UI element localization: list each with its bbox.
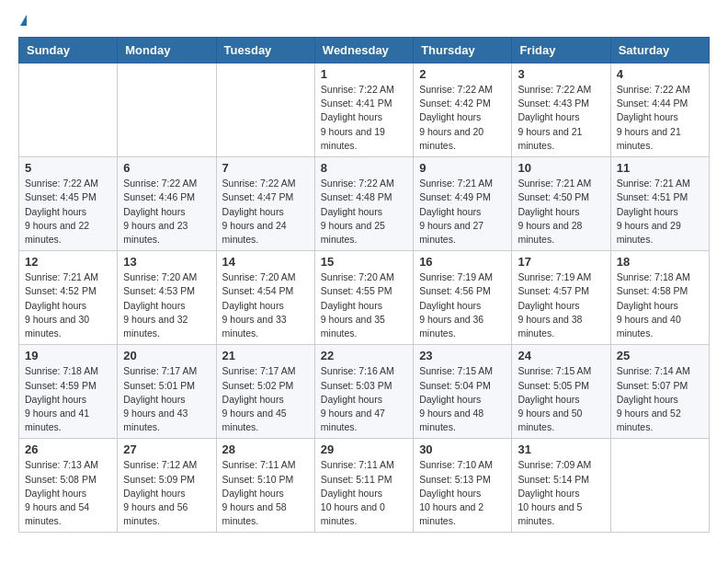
calendar-cell: 2 Sunrise: 7:22 AM Sunset: 4:42 PM Dayli… xyxy=(414,63,512,157)
day-number: 14 xyxy=(222,255,309,269)
day-info: Sunrise: 7:22 AM Sunset: 4:43 PM Dayligh… xyxy=(518,83,604,153)
day-info: Sunrise: 7:20 AM Sunset: 4:54 PM Dayligh… xyxy=(222,270,309,340)
day-number: 28 xyxy=(222,442,309,456)
day-info: Sunrise: 7:19 AM Sunset: 4:57 PM Dayligh… xyxy=(518,270,604,340)
calendar-cell: 25 Sunrise: 7:14 AM Sunset: 5:07 PM Dayl… xyxy=(610,345,709,439)
day-number: 17 xyxy=(518,255,604,269)
calendar-week-row: 5 Sunrise: 7:22 AM Sunset: 4:45 PM Dayli… xyxy=(19,157,710,251)
calendar-cell: 16 Sunrise: 7:19 AM Sunset: 4:56 PM Dayl… xyxy=(414,251,512,345)
day-number: 20 xyxy=(123,349,210,362)
logo-icon xyxy=(20,15,27,26)
calendar-week-row: 19 Sunrise: 7:18 AM Sunset: 4:59 PM Dayl… xyxy=(19,345,710,439)
calendar-cell: 12 Sunrise: 7:21 AM Sunset: 4:52 PM Dayl… xyxy=(19,251,118,345)
page-container: SundayMondayTuesdayWednesdayThursdayFrid… xyxy=(0,0,728,542)
calendar-cell: 29 Sunrise: 7:11 AM Sunset: 5:11 PM Dayl… xyxy=(314,439,413,533)
weekday-header: Friday xyxy=(512,38,610,63)
calendar-cell: 24 Sunrise: 7:15 AM Sunset: 5:05 PM Dayl… xyxy=(512,345,610,439)
day-number: 23 xyxy=(419,349,506,362)
calendar-cell: 7 Sunrise: 7:22 AM Sunset: 4:47 PM Dayli… xyxy=(216,157,314,251)
day-info: Sunrise: 7:15 AM Sunset: 5:05 PM Dayligh… xyxy=(518,364,604,434)
day-info: Sunrise: 7:17 AM Sunset: 5:01 PM Dayligh… xyxy=(123,364,210,434)
day-info: Sunrise: 7:10 AM Sunset: 5:13 PM Dayligh… xyxy=(419,458,506,528)
logo xyxy=(18,15,27,26)
weekday-header: Tuesday xyxy=(216,38,314,63)
day-number: 26 xyxy=(25,442,111,456)
header xyxy=(18,15,710,26)
day-info: Sunrise: 7:22 AM Sunset: 4:44 PM Dayligh… xyxy=(617,83,703,153)
day-number: 11 xyxy=(617,161,703,175)
calendar-week-row: 26 Sunrise: 7:13 AM Sunset: 5:08 PM Dayl… xyxy=(19,439,710,533)
calendar-cell: 11 Sunrise: 7:21 AM Sunset: 4:51 PM Dayl… xyxy=(610,157,709,251)
calendar-cell: 22 Sunrise: 7:16 AM Sunset: 5:03 PM Dayl… xyxy=(314,345,413,439)
calendar-cell: 1 Sunrise: 7:22 AM Sunset: 4:41 PM Dayli… xyxy=(314,63,413,157)
day-number: 18 xyxy=(617,255,703,269)
day-number: 6 xyxy=(123,161,210,175)
day-info: Sunrise: 7:21 AM Sunset: 4:52 PM Dayligh… xyxy=(25,270,111,340)
day-number: 31 xyxy=(518,442,604,456)
day-number: 7 xyxy=(222,161,309,175)
day-info: Sunrise: 7:11 AM Sunset: 5:11 PM Dayligh… xyxy=(321,458,407,528)
calendar-cell: 6 Sunrise: 7:22 AM Sunset: 4:46 PM Dayli… xyxy=(118,157,216,251)
weekday-header: Monday xyxy=(118,38,216,63)
day-info: Sunrise: 7:20 AM Sunset: 4:53 PM Dayligh… xyxy=(123,270,210,340)
calendar-cell: 10 Sunrise: 7:21 AM Sunset: 4:50 PM Dayl… xyxy=(512,157,610,251)
calendar-cell: 26 Sunrise: 7:13 AM Sunset: 5:08 PM Dayl… xyxy=(19,439,118,533)
calendar-cell: 20 Sunrise: 7:17 AM Sunset: 5:01 PM Dayl… xyxy=(118,345,216,439)
day-number: 25 xyxy=(617,349,703,362)
day-number: 12 xyxy=(25,255,111,269)
weekday-header: Thursday xyxy=(414,38,512,63)
calendar-cell xyxy=(610,439,709,533)
weekday-header: Wednesday xyxy=(314,38,413,63)
day-info: Sunrise: 7:16 AM Sunset: 5:03 PM Dayligh… xyxy=(321,364,407,434)
calendar-cell: 8 Sunrise: 7:22 AM Sunset: 4:48 PM Dayli… xyxy=(314,157,413,251)
day-info: Sunrise: 7:09 AM Sunset: 5:14 PM Dayligh… xyxy=(518,458,604,528)
calendar-table: SundayMondayTuesdayWednesdayThursdayFrid… xyxy=(18,37,710,533)
day-info: Sunrise: 7:22 AM Sunset: 4:45 PM Dayligh… xyxy=(25,177,111,247)
day-info: Sunrise: 7:15 AM Sunset: 5:04 PM Dayligh… xyxy=(419,364,506,434)
calendar-cell: 23 Sunrise: 7:15 AM Sunset: 5:04 PM Dayl… xyxy=(414,345,512,439)
day-info: Sunrise: 7:14 AM Sunset: 5:07 PM Dayligh… xyxy=(617,364,703,434)
calendar-cell: 17 Sunrise: 7:19 AM Sunset: 4:57 PM Dayl… xyxy=(512,251,610,345)
day-number: 3 xyxy=(518,67,604,81)
calendar-cell: 13 Sunrise: 7:20 AM Sunset: 4:53 PM Dayl… xyxy=(118,251,216,345)
weekday-header: Sunday xyxy=(19,38,118,63)
calendar-cell: 3 Sunrise: 7:22 AM Sunset: 4:43 PM Dayli… xyxy=(512,63,610,157)
calendar-cell: 28 Sunrise: 7:11 AM Sunset: 5:10 PM Dayl… xyxy=(216,439,314,533)
calendar-cell xyxy=(19,63,118,157)
day-info: Sunrise: 7:21 AM Sunset: 4:50 PM Dayligh… xyxy=(518,177,604,247)
calendar-cell: 5 Sunrise: 7:22 AM Sunset: 4:45 PM Dayli… xyxy=(19,157,118,251)
day-number: 27 xyxy=(123,442,210,456)
day-info: Sunrise: 7:19 AM Sunset: 4:56 PM Dayligh… xyxy=(419,270,506,340)
day-number: 8 xyxy=(321,161,407,175)
calendar-cell: 14 Sunrise: 7:20 AM Sunset: 4:54 PM Dayl… xyxy=(216,251,314,345)
calendar-cell: 19 Sunrise: 7:18 AM Sunset: 4:59 PM Dayl… xyxy=(19,345,118,439)
day-info: Sunrise: 7:22 AM Sunset: 4:42 PM Dayligh… xyxy=(419,83,506,153)
calendar-week-row: 12 Sunrise: 7:21 AM Sunset: 4:52 PM Dayl… xyxy=(19,251,710,345)
day-info: Sunrise: 7:21 AM Sunset: 4:51 PM Dayligh… xyxy=(617,177,703,247)
day-info: Sunrise: 7:11 AM Sunset: 5:10 PM Dayligh… xyxy=(222,458,309,528)
calendar-header-row: SundayMondayTuesdayWednesdayThursdayFrid… xyxy=(19,38,710,63)
day-info: Sunrise: 7:18 AM Sunset: 4:58 PM Dayligh… xyxy=(617,270,703,340)
day-number: 10 xyxy=(518,161,604,175)
calendar-cell: 9 Sunrise: 7:21 AM Sunset: 4:49 PM Dayli… xyxy=(414,157,512,251)
calendar-cell: 21 Sunrise: 7:17 AM Sunset: 5:02 PM Dayl… xyxy=(216,345,314,439)
day-number: 4 xyxy=(617,67,703,81)
day-number: 22 xyxy=(321,349,407,362)
calendar-cell xyxy=(118,63,216,157)
day-info: Sunrise: 7:20 AM Sunset: 4:55 PM Dayligh… xyxy=(321,270,407,340)
day-number: 9 xyxy=(419,161,506,175)
day-info: Sunrise: 7:21 AM Sunset: 4:49 PM Dayligh… xyxy=(419,177,506,247)
day-number: 29 xyxy=(321,442,407,456)
day-number: 19 xyxy=(25,349,111,362)
calendar-cell xyxy=(216,63,314,157)
day-number: 13 xyxy=(123,255,210,269)
calendar-week-row: 1 Sunrise: 7:22 AM Sunset: 4:41 PM Dayli… xyxy=(19,63,710,157)
calendar-cell: 15 Sunrise: 7:20 AM Sunset: 4:55 PM Dayl… xyxy=(314,251,413,345)
calendar-cell: 18 Sunrise: 7:18 AM Sunset: 4:58 PM Dayl… xyxy=(610,251,709,345)
day-info: Sunrise: 7:13 AM Sunset: 5:08 PM Dayligh… xyxy=(25,458,111,528)
day-info: Sunrise: 7:18 AM Sunset: 4:59 PM Dayligh… xyxy=(25,364,111,434)
day-info: Sunrise: 7:22 AM Sunset: 4:46 PM Dayligh… xyxy=(123,177,210,247)
day-info: Sunrise: 7:12 AM Sunset: 5:09 PM Dayligh… xyxy=(123,458,210,528)
day-info: Sunrise: 7:22 AM Sunset: 4:48 PM Dayligh… xyxy=(321,177,407,247)
day-number: 2 xyxy=(419,67,506,81)
